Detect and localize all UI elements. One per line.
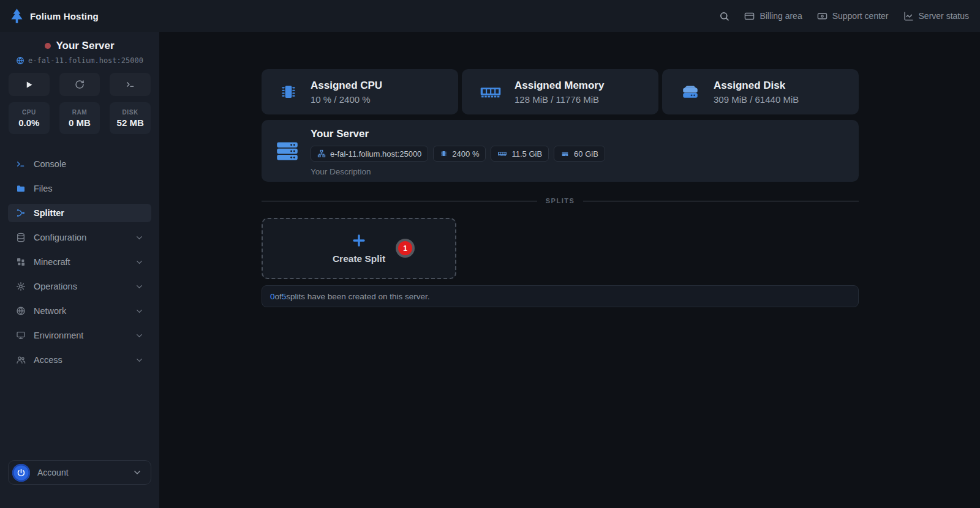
terminal-icon bbox=[15, 159, 26, 169]
card-value: 309 MiB / 61440 MiB bbox=[714, 94, 799, 105]
chevron-down-icon bbox=[135, 331, 144, 340]
blocks-icon bbox=[15, 257, 26, 267]
account-label: Account bbox=[37, 468, 69, 477]
chevron-down-icon bbox=[135, 307, 144, 316]
splits-info-box: 0 of 5 splits have been created on this … bbox=[262, 285, 859, 307]
card-title: Assigned Disk bbox=[714, 80, 799, 92]
stat-cpu: CPU 0.0% bbox=[9, 102, 50, 134]
topbar-item-label: Server status bbox=[919, 11, 969, 21]
sidebar-item-label: Configuration bbox=[34, 233, 86, 242]
sidebar-item-configuration[interactable]: Configuration bbox=[8, 228, 151, 247]
chip-label: 2400 % bbox=[452, 149, 479, 159]
chip-label: 11.5 GiB bbox=[511, 149, 542, 159]
disk-chip: 60 GiB bbox=[554, 146, 605, 162]
hard-drive-icon bbox=[679, 81, 701, 102]
topbar-item-billing[interactable]: Billing area bbox=[744, 11, 802, 21]
globe-icon bbox=[16, 56, 24, 65]
server-description: Your Description bbox=[311, 167, 605, 176]
chevron-down-icon bbox=[135, 233, 144, 242]
sidebar-item-environment[interactable]: Environment bbox=[8, 326, 151, 345]
account-menu[interactable]: Account bbox=[8, 460, 151, 485]
cpu-chip-icon bbox=[279, 81, 298, 102]
sidebar-nav: Console Files Splitter Configuration bbox=[0, 155, 159, 369]
plus-icon bbox=[352, 233, 366, 248]
chart-line-icon bbox=[903, 11, 914, 21]
card-title: Assigned Memory bbox=[514, 80, 604, 92]
cpu-chip-icon bbox=[440, 149, 448, 158]
sidebar-item-files[interactable]: Files bbox=[8, 179, 151, 198]
topbar-menu: Billing area Support center Server statu… bbox=[719, 11, 969, 21]
gear-icon bbox=[15, 282, 26, 291]
sidebar-item-splitter[interactable]: Splitter bbox=[8, 204, 151, 222]
sidebar-item-label: Operations bbox=[34, 282, 77, 291]
brand-title: Folium Hosting bbox=[30, 11, 99, 21]
stat-value: 52 MB bbox=[110, 118, 151, 128]
sidebar-item-label: Splitter bbox=[34, 209, 64, 218]
stat-value: 0 MB bbox=[59, 118, 100, 128]
assigned-memory-card: Assigned Memory 128 MiB / 11776 MiB bbox=[462, 69, 658, 114]
server-header: Your Server e-fal-11.folium.host:25000 bbox=[0, 32, 159, 65]
stat-disk: DISK 52 MB bbox=[110, 102, 151, 134]
create-split-button[interactable]: Create Split 1 bbox=[262, 218, 456, 279]
chevron-down-icon bbox=[135, 282, 144, 291]
stat-value: 0.0% bbox=[9, 118, 50, 128]
memory-stick-icon bbox=[479, 81, 502, 102]
sidebar-item-minecraft[interactable]: Minecraft bbox=[8, 253, 151, 271]
assigned-disk-card: Assigned Disk 309 MiB / 61440 MiB bbox=[662, 69, 859, 114]
monitor-icon bbox=[15, 331, 26, 340]
sidebar-item-access[interactable]: Access bbox=[8, 351, 151, 369]
credit-card-icon bbox=[744, 11, 755, 21]
server-stack-icon bbox=[276, 139, 298, 163]
cpu-chip: 2400 % bbox=[433, 146, 486, 162]
database-icon bbox=[15, 233, 26, 242]
sidebar-item-operations[interactable]: Operations bbox=[8, 277, 151, 296]
splits-divider: SPLITS bbox=[262, 197, 859, 204]
restart-button[interactable] bbox=[59, 73, 100, 96]
chevron-down-icon bbox=[135, 258, 144, 267]
info-text: of bbox=[275, 292, 282, 301]
start-button[interactable] bbox=[9, 73, 50, 96]
main-content: Assigned CPU 10 % / 2400 % Assigned Memo… bbox=[159, 0, 980, 508]
stat-label: CPU bbox=[9, 109, 50, 116]
topbar-item-label: Support center bbox=[832, 11, 889, 21]
kill-console-button[interactable] bbox=[110, 73, 151, 96]
play-icon bbox=[24, 80, 34, 89]
server-address-row[interactable]: e-fal-11.folium.host:25000 bbox=[0, 56, 159, 65]
sidebar-item-console[interactable]: Console bbox=[8, 155, 151, 173]
rotate-cw-icon bbox=[75, 80, 85, 89]
splits-used-count: 0 bbox=[270, 292, 275, 301]
sidebar: Your Server e-fal-11.folium.host:25000 bbox=[0, 32, 159, 508]
card-title: Assigned CPU bbox=[311, 80, 382, 92]
sidebar-item-label: Console bbox=[34, 160, 66, 169]
server-address: e-fal-11.folium.host:25000 bbox=[28, 56, 143, 65]
users-icon bbox=[15, 355, 26, 365]
assigned-cpu-card: Assigned CPU 10 % / 2400 % bbox=[262, 69, 458, 114]
globe-icon bbox=[15, 306, 26, 316]
hard-drive-icon bbox=[560, 149, 570, 158]
brand[interactable]: Folium Hosting bbox=[9, 8, 99, 24]
sidebar-item-label: Environment bbox=[34, 331, 83, 340]
topbar-item-server-status[interactable]: Server status bbox=[903, 11, 969, 21]
avatar bbox=[12, 464, 30, 482]
stat-label: RAM bbox=[59, 109, 100, 116]
chip-label: 60 GiB bbox=[574, 149, 598, 159]
pine-tree-logo-icon bbox=[9, 8, 25, 24]
sidebar-item-label: Minecraft bbox=[34, 258, 70, 267]
banknote-icon bbox=[817, 11, 827, 21]
memory-chip: 11.5 GiB bbox=[491, 146, 549, 162]
topbar-item-support[interactable]: Support center bbox=[817, 11, 889, 21]
memory-stick-icon bbox=[497, 149, 507, 158]
sidebar-item-label: Access bbox=[34, 356, 62, 365]
server-spec-chips: e-fal-11.folium.host:25000 2400 % 11.5 G… bbox=[311, 146, 605, 162]
resource-stats: CPU 0.0% RAM 0 MB DISK 52 MB bbox=[0, 102, 159, 134]
sidebar-item-label: Files bbox=[34, 184, 53, 193]
sidebar-item-network[interactable]: Network bbox=[8, 302, 151, 320]
chevron-down-icon bbox=[135, 356, 144, 365]
click-indicator-badge: 1 bbox=[398, 241, 412, 255]
power-controls bbox=[0, 73, 159, 96]
server-overview-card[interactable]: Your Server e-fal-11.folium.host:25000 2… bbox=[262, 120, 859, 182]
server-status-dot bbox=[45, 43, 51, 49]
splits-total-count: 5 bbox=[282, 292, 287, 301]
search-icon[interactable] bbox=[719, 11, 729, 21]
address-chip[interactable]: e-fal-11.folium.host:25000 bbox=[311, 146, 428, 162]
